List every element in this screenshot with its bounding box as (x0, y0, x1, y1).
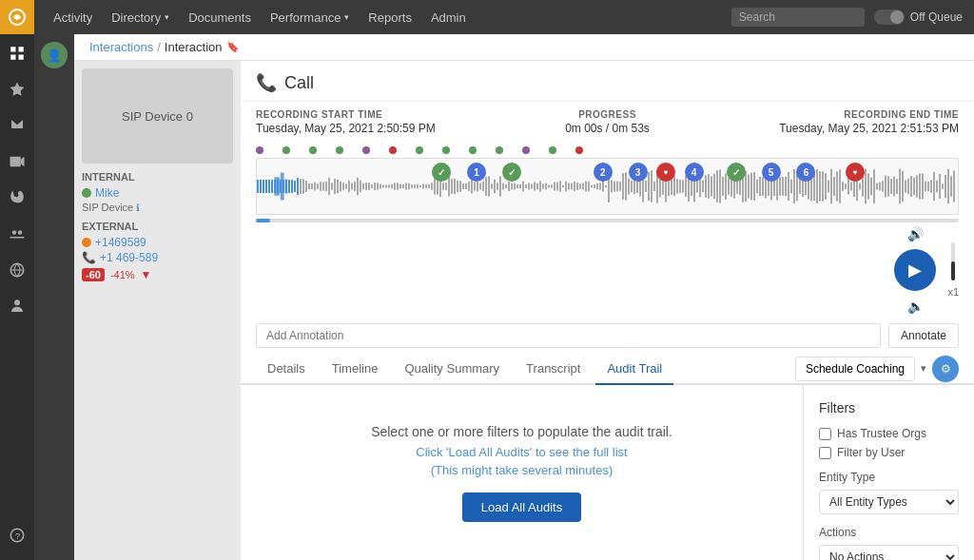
sip-device-sub: SIP Device ℹ (82, 202, 233, 213)
entity-type-select[interactable]: All Entity Types (819, 490, 959, 514)
sidebar-item-chat[interactable] (0, 108, 34, 143)
external-phone1: +1469589 (95, 236, 146, 249)
audit-sub-message2: (This might take several minutes) (431, 463, 613, 477)
entity-type-section-label: Entity Type (819, 471, 959, 484)
external-phone1-item[interactable]: +1469589 (82, 236, 233, 249)
filters-panel: Filters Has Trustee Orgs Filter by User … (803, 385, 974, 560)
filter-button[interactable]: ⚙ (932, 356, 959, 382)
sidebar-item-star[interactable] (0, 72, 34, 106)
annotate-button[interactable]: Annotate (888, 323, 959, 348)
sidebar-item-help[interactable]: ? (0, 518, 34, 552)
tab-audit-trail[interactable]: Audit Trail (595, 354, 673, 385)
waveform-track[interactable]: ✓ 1 ✓ 2 3 ♥ 4 ✓ 5 6 ♥ (256, 158, 959, 215)
sidebar-item-video[interactable] (0, 145, 34, 179)
waveform-progress-bar[interactable] (256, 219, 959, 222)
recording-end-label: RECORDING END TIME (725, 109, 959, 120)
dropdown-chevron-icon[interactable]: ▾ (921, 362, 926, 375)
recording-start-label: RECORDING START TIME (256, 109, 490, 120)
queue-label: Off Queue (910, 10, 963, 24)
call-header: 📞 Call (241, 61, 974, 102)
progress-value: 0m 00s / 0m 53s (490, 122, 724, 135)
filter-by-user-checkbox[interactable]: Filter by User (819, 446, 959, 459)
breadcrumb: Interactions / Interaction 🔖 (74, 34, 974, 61)
nav-performance[interactable]: Performance ▾ (263, 7, 357, 29)
tab-details[interactable]: Details (256, 354, 317, 385)
wdot-4 (336, 146, 343, 154)
waveform-canvas (257, 159, 958, 214)
queue-toggle-switch[interactable] (874, 10, 905, 25)
sidebar-item-phone[interactable] (0, 181, 34, 215)
breadcrumb-interactions[interactable]: Interactions (89, 40, 153, 54)
wdot-6 (389, 146, 397, 154)
nav-reports[interactable]: Reports (360, 7, 419, 29)
tabs-bar: Details Timeline Quality Summary Transcr… (241, 354, 974, 385)
recording-start-value: Tuesday, May 25, 2021 2:50:59 PM (256, 122, 490, 135)
actions-select[interactable]: No Actions (819, 545, 959, 560)
call-title: Call (284, 73, 314, 93)
svg-rect-2 (19, 47, 24, 51)
sidebar-item-globe[interactable] (0, 253, 34, 287)
wdot-13 (575, 146, 583, 154)
nav-admin[interactable]: Admin (423, 7, 474, 29)
external-phone2: +1 469-589 (100, 251, 158, 264)
external-phone2-item[interactable]: 📞 +1 469-589 (82, 251, 233, 264)
volume-up-icon[interactable]: 🔊 (907, 226, 924, 241)
phone2-icon: 📞 (82, 251, 96, 264)
tab-transcript[interactable]: Transcript (515, 354, 592, 385)
wdot-2 (282, 146, 290, 154)
trend-icon: ▼ (141, 268, 152, 281)
user-panel: 👤 (34, 34, 74, 560)
sip-device-display: SIP Device 0 (82, 68, 233, 164)
sidebar-item-person[interactable] (0, 289, 34, 323)
tab-content: Select one or more filters to populate t… (241, 385, 974, 560)
recording-start-block: RECORDING START TIME Tuesday, May 25, 20… (256, 109, 490, 135)
svg-rect-5 (10, 157, 21, 167)
external-section: EXTERNAL +1469589 📞 +1 469-589 -60 -41% (82, 221, 233, 281)
nav-activity[interactable]: Activity (46, 7, 100, 29)
wdot-10 (496, 146, 503, 154)
search-input[interactable] (731, 8, 865, 27)
progress-block: PROGRESS 0m 00s / 0m 53s (490, 109, 724, 135)
has-trustee-orgs-input[interactable] (819, 428, 831, 440)
svg-point-7 (12, 230, 17, 235)
play-button[interactable]: ▶ (894, 249, 936, 291)
internal-section: INTERNAL Mike SIP Device ℹ (82, 171, 233, 213)
content-area: 👤 Interactions / Interaction 🔖 SIP Devic… (34, 34, 974, 560)
contact-panel: SIP Device 0 INTERNAL Mike SIP Device ℹ (74, 61, 241, 560)
filter-by-user-label: Filter by User (837, 446, 905, 459)
annotation-input[interactable] (256, 323, 881, 348)
recording-end-value: Tuesday, May 25, 2021 2:51:53 PM (725, 122, 959, 135)
call-area: SIP Device 0 INTERNAL Mike SIP Device ℹ (74, 61, 974, 560)
annotation-bar: Annotate (241, 318, 974, 354)
sip-device-label: SIP Device 0 (122, 109, 193, 124)
player-controls: 🔊 ▶ 🔈 x1 (241, 222, 974, 318)
volume-down-icon[interactable]: 🔈 (907, 299, 924, 314)
wdot-12 (549, 146, 556, 154)
tag-icon: 🔖 (226, 41, 240, 53)
sidebar-item-users[interactable] (0, 217, 34, 251)
waveform-progress-fill (256, 219, 270, 222)
svg-rect-4 (19, 55, 24, 60)
nav-directory[interactable]: Directory ▾ (104, 7, 177, 29)
filter-by-user-input[interactable] (819, 447, 831, 459)
recording-panel: 📞 Call RECORDING START TIME Tuesday, May… (241, 61, 974, 560)
svg-text:?: ? (15, 531, 21, 541)
internal-status-dot (82, 188, 91, 198)
audit-main-message: Select one or more filters to populate t… (371, 424, 672, 439)
filter-icon: ⚙ (941, 362, 951, 376)
internal-name: Mike (95, 186, 119, 200)
recording-info: RECORDING START TIME Tuesday, May 25, 20… (241, 102, 974, 143)
internal-label: INTERNAL (82, 171, 233, 183)
internal-contact-item[interactable]: Mike (82, 186, 233, 200)
tab-quality-summary[interactable]: Quality Summary (393, 354, 511, 385)
waveform-area: ✓ 1 ✓ 2 3 ♥ 4 ✓ 5 6 ♥ (241, 143, 974, 222)
waveform-dots-row (256, 143, 959, 158)
tab-timeline[interactable]: Timeline (321, 354, 390, 385)
sidebar-item-activity[interactable] (0, 36, 34, 70)
load-all-audits-button[interactable]: Load All Audits (462, 492, 581, 522)
nav-documents[interactable]: Documents (181, 7, 259, 29)
has-trustee-orgs-checkbox[interactable]: Has Trustee Orgs (819, 427, 959, 440)
queue-toggle: Off Queue (874, 10, 963, 25)
wdot-1 (256, 146, 263, 154)
schedule-coaching-button[interactable]: Schedule Coaching (795, 357, 915, 381)
